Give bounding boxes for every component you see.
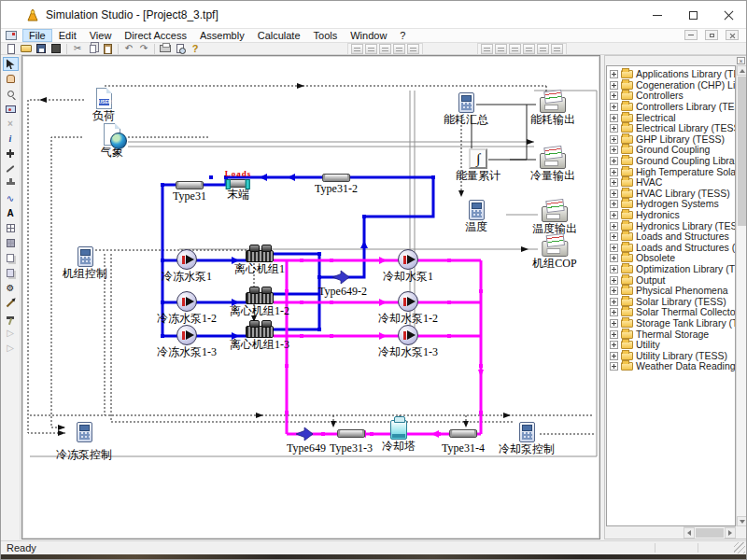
- close-button[interactable]: [711, 1, 746, 29]
- tool-icon-a3[interactable]: [379, 44, 391, 54]
- node-cw-pump3[interactable]: 冷却水泵1-3: [378, 325, 438, 358]
- expand-icon[interactable]: [610, 103, 618, 111]
- node-cw-pump-ctrl[interactable]: 冷却泵控制: [499, 422, 555, 455]
- node-load[interactable]: USER 负荷: [92, 88, 115, 122]
- tree-item[interactable]: Output: [608, 274, 735, 286]
- node-cw-pump1[interactable]: 冷却水泵1: [383, 249, 433, 283]
- node-type31-2[interactable]: Type31-2: [315, 174, 358, 195]
- tree-item[interactable]: Applications Library (TESS): [608, 69, 735, 80]
- library-tree[interactable]: Applications Library (TESS) Cogeneration…: [606, 65, 736, 526]
- tree-item[interactable]: Solar Thermal Collectors: [608, 307, 735, 318]
- tool-icon-a2[interactable]: [365, 44, 377, 54]
- help-button[interactable]: ?: [188, 43, 203, 55]
- expand-icon[interactable]: [610, 341, 618, 349]
- open-file-button[interactable]: [19, 43, 34, 55]
- menu-direct-access[interactable]: Direct Access: [118, 29, 193, 42]
- menu-view[interactable]: View: [83, 29, 119, 42]
- expand-icon[interactable]: [610, 287, 618, 295]
- snapshot-tool-button[interactable]: [3, 102, 19, 116]
- node-terminal[interactable]: Loads 末端: [225, 169, 252, 201]
- expand-icon[interactable]: [610, 298, 618, 306]
- node-chiller1[interactable]: 离心机组1: [234, 244, 285, 275]
- tree-vertical-scrollbar[interactable]: [736, 65, 747, 526]
- tool-icon-b6[interactable]: [551, 44, 563, 54]
- expand-icon[interactable]: [610, 157, 618, 165]
- menu-file[interactable]: File: [22, 29, 52, 42]
- node-unit-ctrl[interactable]: 机组控制: [63, 246, 107, 280]
- tool-icon-a4[interactable]: [393, 44, 405, 54]
- copy-button[interactable]: [85, 43, 100, 55]
- menu-tools[interactable]: Tools: [307, 29, 345, 42]
- menu-assembly[interactable]: Assembly: [193, 29, 251, 42]
- save-button[interactable]: [34, 43, 49, 55]
- tree-item[interactable]: Storage Tank Library (TESS): [608, 318, 735, 329]
- expand-icon[interactable]: [610, 232, 618, 241]
- node-unit-cop[interactable]: 机组COP: [532, 241, 576, 270]
- tool-icon-b1[interactable]: [481, 44, 493, 54]
- build-tool-button[interactable]: [3, 311, 19, 325]
- node-chw-pump1[interactable]: 冷冻水泵1: [162, 249, 212, 283]
- tree-item[interactable]: Electrical Library (TESS): [608, 123, 735, 134]
- panel-close-icon[interactable]: ×: [737, 57, 745, 64]
- expand-icon[interactable]: [610, 200, 618, 208]
- node-type649-2[interactable]: Type649-2: [318, 270, 367, 298]
- tree-item[interactable]: Thermal Storage: [608, 329, 735, 340]
- redo-button[interactable]: ↷: [136, 43, 151, 55]
- scroll-up-arrow[interactable]: [737, 65, 747, 76]
- library-button[interactable]: [49, 43, 63, 55]
- text-tool-button[interactable]: A: [3, 206, 19, 220]
- tool-icon-b2[interactable]: [495, 44, 507, 54]
- new-file-button[interactable]: [4, 43, 19, 55]
- scroll-down-arrow[interactable]: [737, 516, 747, 526]
- tree-item[interactable]: Loads and Structures: [608, 231, 735, 243]
- expand-icon[interactable]: [610, 222, 618, 231]
- expand-icon[interactable]: [610, 362, 618, 371]
- scroll-left-arrow[interactable]: [684, 527, 695, 539]
- adjust-tool-button[interactable]: [3, 161, 19, 175]
- menu-window[interactable]: Window: [344, 29, 393, 42]
- node-energy-acc[interactable]: ∫ 能量累计: [456, 148, 500, 182]
- tool-icon-b4[interactable]: [523, 44, 535, 54]
- mdi-close-button[interactable]: [726, 30, 739, 40]
- pan-tool-button[interactable]: [3, 72, 19, 86]
- node-weather[interactable]: 气象: [101, 123, 123, 159]
- sheets-tool-button[interactable]: [3, 251, 19, 265]
- info-tool-button[interactable]: i: [3, 132, 19, 146]
- signal-tool-button[interactable]: ∿: [3, 191, 19, 205]
- undo-button[interactable]: ↶: [121, 43, 136, 55]
- select-tool-button[interactable]: [3, 57, 19, 71]
- tool-icon-b3[interactable]: [509, 44, 521, 54]
- expand-icon[interactable]: [610, 135, 618, 144]
- node-chiller2[interactable]: 离心机组1-2: [230, 286, 289, 317]
- expand-icon[interactable]: [610, 211, 618, 219]
- node-energy-sum[interactable]: 能耗汇总: [444, 92, 488, 126]
- run-tool-button[interactable]: ▷: [3, 326, 19, 340]
- tree-item[interactable]: Utility Library (TESS): [608, 350, 735, 361]
- expand-icon[interactable]: [610, 124, 618, 133]
- tree-item[interactable]: Controllers: [608, 91, 735, 102]
- resize-grip[interactable]: [734, 542, 745, 553]
- node-chiller3[interactable]: 离心机组1-3: [230, 319, 289, 351]
- tree-item[interactable]: Loads and Structures (TESS): [608, 243, 735, 254]
- expand-icon[interactable]: [610, 330, 618, 339]
- menu-calculate[interactable]: Calculate: [251, 29, 307, 42]
- delete-tool-button[interactable]: ×: [3, 117, 19, 131]
- tree-item[interactable]: Solar Library (TESS): [608, 296, 735, 307]
- grid-tool-button[interactable]: [3, 221, 19, 235]
- expand-icon[interactable]: [610, 189, 618, 198]
- title-bar[interactable]: Simulation Studio - [Project8_3.tpf]: [1, 1, 746, 29]
- expand-icon[interactable]: [610, 352, 618, 360]
- tree-item[interactable]: Ground Coupling: [608, 145, 735, 156]
- document-icon[interactable]: [6, 31, 17, 40]
- settings-tool-button[interactable]: ⚙: [3, 281, 19, 295]
- pen-tool-button[interactable]: [3, 296, 19, 310]
- node-type31-3[interactable]: Type31-3: [330, 429, 373, 455]
- node-type31-4[interactable]: Type31-4: [442, 429, 485, 455]
- tree-item[interactable]: Utility: [608, 340, 735, 351]
- tree-item[interactable]: HVAC: [608, 177, 735, 189]
- run-alt-tool-button[interactable]: ▷: [3, 341, 19, 355]
- node-temp[interactable]: 温度: [465, 200, 487, 233]
- mdi-minimize-button[interactable]: [684, 30, 698, 40]
- menu-edit[interactable]: Edit: [52, 29, 83, 42]
- tree-item[interactable]: Hydrogen Systems: [608, 199, 735, 210]
